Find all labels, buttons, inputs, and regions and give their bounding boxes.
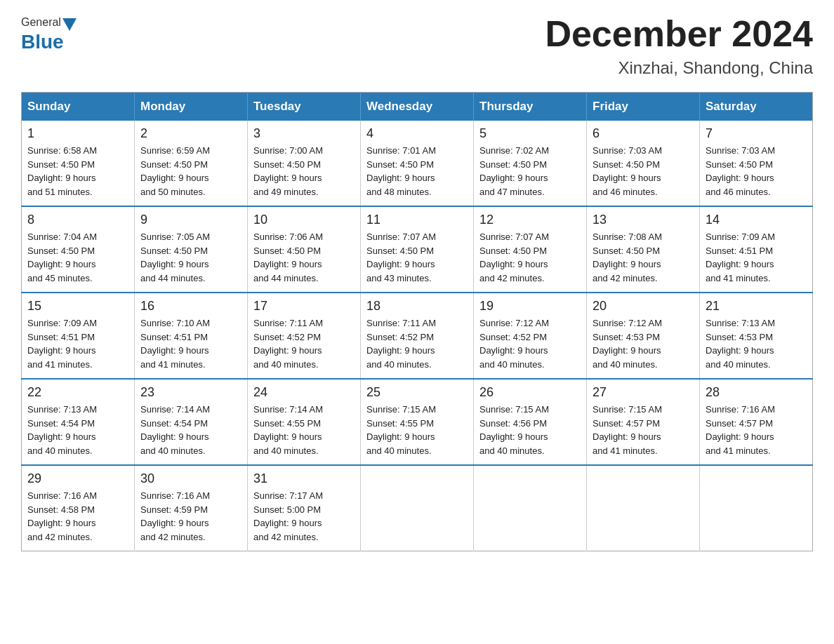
calendar-cell: 19 Sunrise: 7:12 AM Sunset: 4:52 PM Dayl… (474, 293, 587, 379)
day-number: 7 (706, 126, 807, 141)
logo-blue-text: Blue (21, 31, 64, 53)
sunset-label: Sunset: 4:55 PM (366, 418, 434, 429)
sunrise-label: Sunrise: 7:14 AM (253, 404, 323, 415)
day-number: 13 (593, 213, 694, 227)
sunset-label: Sunset: 4:50 PM (479, 159, 547, 170)
day-number: 12 (479, 213, 581, 227)
daylight-minutes: and 41 minutes. (593, 445, 658, 456)
day-info: Sunrise: 7:16 AM Sunset: 4:59 PM Dayligh… (140, 489, 241, 544)
calendar-cell: 22 Sunrise: 7:13 AM Sunset: 4:54 PM Dayl… (22, 379, 135, 465)
calendar-cell: 15 Sunrise: 7:09 AM Sunset: 4:51 PM Dayl… (22, 293, 135, 379)
calendar-week-row: 15 Sunrise: 7:09 AM Sunset: 4:51 PM Dayl… (22, 293, 813, 379)
daylight-label: Daylight: 9 hours (706, 259, 774, 269)
calendar-cell (700, 465, 813, 551)
sunset-label: Sunset: 4:50 PM (706, 159, 773, 170)
page-header: General Blue December 2024 Xinzhai, Shan… (21, 14, 813, 78)
sunset-label: Sunset: 4:57 PM (593, 418, 660, 429)
sunrise-label: Sunrise: 7:12 AM (479, 318, 549, 328)
day-info: Sunrise: 7:11 AM Sunset: 4:52 PM Dayligh… (366, 316, 468, 371)
calendar-cell (474, 465, 587, 551)
sunset-label: Sunset: 4:53 PM (706, 332, 773, 342)
sunset-label: Sunset: 4:50 PM (479, 246, 547, 256)
day-info: Sunrise: 7:16 AM Sunset: 4:57 PM Dayligh… (706, 403, 807, 457)
calendar-cell: 21 Sunrise: 7:13 AM Sunset: 4:53 PM Dayl… (700, 293, 813, 379)
daylight-minutes: and 40 minutes. (253, 359, 319, 370)
title-block: December 2024 Xinzhai, Shandong, China (545, 14, 813, 78)
daylight-minutes: and 40 minutes. (253, 445, 319, 456)
sunrise-label: Sunrise: 7:07 AM (366, 232, 436, 242)
calendar-cell: 5 Sunrise: 7:02 AM Sunset: 4:50 PM Dayli… (474, 121, 587, 206)
day-number: 9 (140, 213, 241, 227)
daylight-label: Daylight: 9 hours (366, 259, 435, 269)
day-info: Sunrise: 7:03 AM Sunset: 4:50 PM Dayligh… (706, 144, 807, 199)
daylight-label: Daylight: 9 hours (706, 345, 774, 356)
day-info: Sunrise: 7:06 AM Sunset: 4:50 PM Dayligh… (253, 230, 355, 285)
daylight-label: Daylight: 9 hours (593, 173, 661, 183)
daylight-label: Daylight: 9 hours (253, 259, 322, 269)
day-info: Sunrise: 7:15 AM Sunset: 4:57 PM Dayligh… (593, 403, 694, 457)
sunset-label: Sunset: 4:50 PM (593, 246, 660, 256)
sunset-label: Sunset: 4:59 PM (140, 504, 208, 515)
calendar-cell (361, 465, 474, 551)
sunrise-label: Sunrise: 7:07 AM (479, 232, 549, 242)
calendar-cell: 24 Sunrise: 7:14 AM Sunset: 4:55 PM Dayl… (248, 379, 361, 465)
calendar-cell: 6 Sunrise: 7:03 AM Sunset: 4:50 PM Dayli… (587, 121, 700, 206)
calendar-cell: 1 Sunrise: 6:58 AM Sunset: 4:50 PM Dayli… (22, 121, 135, 206)
day-info: Sunrise: 6:59 AM Sunset: 4:50 PM Dayligh… (140, 144, 241, 199)
daylight-minutes: and 43 minutes. (366, 273, 432, 283)
day-number: 22 (27, 385, 128, 400)
sunrise-label: Sunrise: 7:15 AM (479, 404, 549, 415)
calendar-cell: 12 Sunrise: 7:07 AM Sunset: 4:50 PM Dayl… (474, 206, 587, 293)
daylight-minutes: and 41 minutes. (706, 445, 771, 456)
calendar-cell: 9 Sunrise: 7:05 AM Sunset: 4:50 PM Dayli… (135, 206, 248, 293)
sunset-label: Sunset: 4:50 PM (140, 246, 208, 256)
sunset-label: Sunset: 4:50 PM (253, 246, 321, 256)
sunset-label: Sunset: 4:50 PM (366, 159, 434, 170)
sunrise-label: Sunrise: 7:11 AM (253, 318, 323, 328)
sunrise-label: Sunrise: 7:16 AM (27, 490, 97, 501)
sunrise-label: Sunrise: 7:16 AM (140, 490, 210, 501)
calendar-cell: 18 Sunrise: 7:11 AM Sunset: 4:52 PM Dayl… (361, 293, 474, 379)
weekday-header-saturday: Saturday (700, 93, 813, 121)
page-title: December 2024 (545, 14, 813, 54)
sunrise-label: Sunrise: 7:01 AM (366, 145, 436, 156)
day-number: 29 (27, 471, 128, 486)
day-info: Sunrise: 7:12 AM Sunset: 4:53 PM Dayligh… (593, 316, 694, 371)
daylight-minutes: and 40 minutes. (479, 359, 545, 370)
daylight-label: Daylight: 9 hours (366, 431, 435, 442)
sunset-label: Sunset: 5:00 PM (253, 504, 321, 515)
day-info: Sunrise: 7:13 AM Sunset: 4:54 PM Dayligh… (27, 403, 128, 457)
day-number: 21 (706, 299, 807, 314)
day-info: Sunrise: 7:13 AM Sunset: 4:53 PM Dayligh… (706, 316, 807, 371)
daylight-minutes: and 40 minutes. (479, 445, 545, 456)
sunrise-label: Sunrise: 6:59 AM (140, 145, 210, 156)
daylight-label: Daylight: 9 hours (253, 345, 322, 356)
day-info: Sunrise: 7:16 AM Sunset: 4:58 PM Dayligh… (27, 489, 128, 544)
day-info: Sunrise: 7:10 AM Sunset: 4:51 PM Dayligh… (140, 316, 241, 371)
sunset-label: Sunset: 4:54 PM (27, 418, 95, 429)
day-info: Sunrise: 7:07 AM Sunset: 4:50 PM Dayligh… (366, 230, 468, 285)
sunrise-label: Sunrise: 7:02 AM (479, 145, 549, 156)
daylight-minutes: and 42 minutes. (479, 273, 545, 283)
day-info: Sunrise: 7:03 AM Sunset: 4:50 PM Dayligh… (593, 144, 694, 199)
weekday-header-friday: Friday (587, 93, 700, 121)
calendar-cell: 7 Sunrise: 7:03 AM Sunset: 4:50 PM Dayli… (700, 121, 813, 206)
calendar-cell: 14 Sunrise: 7:09 AM Sunset: 4:51 PM Dayl… (700, 206, 813, 293)
logo-general-text: General (21, 16, 61, 29)
daylight-minutes: and 41 minutes. (140, 359, 206, 370)
calendar-cell: 16 Sunrise: 7:10 AM Sunset: 4:51 PM Dayl… (135, 293, 248, 379)
day-info: Sunrise: 7:15 AM Sunset: 4:56 PM Dayligh… (479, 403, 581, 457)
sunrise-label: Sunrise: 7:15 AM (366, 404, 436, 415)
daylight-label: Daylight: 9 hours (27, 173, 96, 183)
sunrise-label: Sunrise: 7:10 AM (140, 318, 210, 328)
daylight-minutes: and 42 minutes. (27, 532, 93, 542)
weekday-header-thursday: Thursday (474, 93, 587, 121)
sunset-label: Sunset: 4:52 PM (479, 332, 547, 342)
day-number: 31 (253, 471, 355, 486)
day-number: 15 (27, 299, 128, 314)
calendar-cell: 25 Sunrise: 7:15 AM Sunset: 4:55 PM Dayl… (361, 379, 474, 465)
sunrise-label: Sunrise: 7:03 AM (706, 145, 775, 156)
day-number: 19 (479, 299, 581, 314)
sunrise-label: Sunrise: 6:58 AM (27, 145, 97, 156)
daylight-label: Daylight: 9 hours (479, 345, 548, 356)
